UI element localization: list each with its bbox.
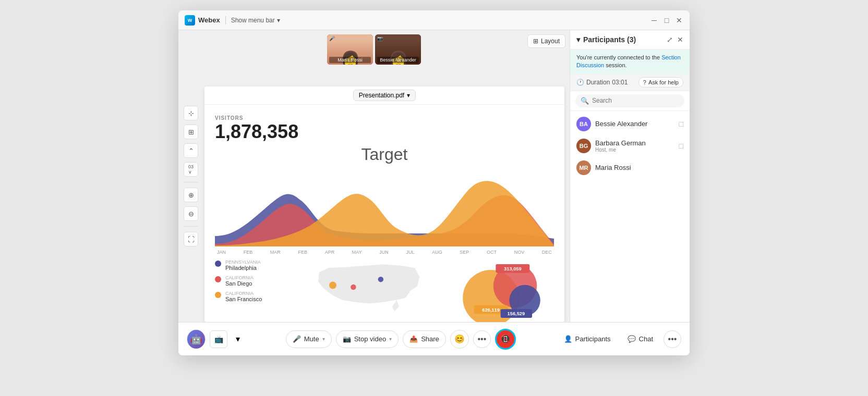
app-name: Webex	[198, 16, 220, 24]
ask-help-button[interactable]: ? Ask for help	[638, 77, 683, 88]
slide-filename-btn[interactable]: Presentation.pdf ▾	[353, 90, 416, 101]
popout-icon[interactable]: ⤢	[667, 35, 673, 44]
svg-point-2	[329, 282, 336, 289]
participant-name-1: Barbara German	[595, 139, 675, 147]
chevron-up-tool[interactable]: ⌃	[184, 143, 198, 158]
session-name-highlight: Section Discussion	[576, 54, 681, 68]
slide-content: Presentation.pdf ▾ VISITORS 1,878,358 Ta…	[204, 86, 564, 322]
svg-text:156,529: 156,529	[507, 311, 525, 316]
emoji-button[interactable]: 😊	[450, 330, 469, 349]
camera-icon-1: 🎤	[329, 36, 335, 41]
minimize-button[interactable]: ─	[650, 16, 658, 24]
share-icon: 📤	[409, 335, 418, 343]
camera-icon-2: 📷	[377, 36, 383, 41]
more-icon: •••	[477, 335, 486, 344]
display-btn[interactable]: 📺	[210, 330, 227, 348]
participant-sub-1: Host, me	[595, 147, 675, 153]
participant-video-icon-0: □	[679, 120, 683, 128]
participant-item-0[interactable]: BA Bessie Alexander □	[570, 113, 690, 135]
participant-item-2[interactable]: MR Maria Rossi	[570, 157, 690, 179]
svg-point-1	[351, 284, 356, 290]
display-chevron[interactable]: ▾	[232, 333, 244, 345]
ask-help-icon: ?	[643, 79, 646, 85]
participant-info-0: Bessie Alexander	[595, 120, 675, 128]
thumb-name-1: Maria Rossi	[329, 57, 371, 63]
search-wrap: 🔍	[575, 94, 684, 107]
legend-dot-2	[215, 292, 221, 298]
emoji-icon: 😊	[454, 334, 465, 344]
share-button[interactable]: 📤 Share	[403, 330, 446, 348]
panel-header: ▾ Participants (3) ⤢ ✕	[570, 30, 690, 49]
show-menu-bar[interactable]: Show menu bar ▾	[231, 17, 280, 24]
zoom-in-tool[interactable]: ⊕	[184, 188, 198, 202]
layout-button[interactable]: ⊞ Layout	[527, 34, 565, 48]
participant-avatar-2: MR	[576, 160, 591, 175]
maximize-button[interactable]: □	[662, 16, 671, 24]
ctrl-right: 👤 Participants 💬 Chat •••	[558, 330, 681, 348]
search-icon: 🔍	[581, 97, 589, 105]
svg-text:626,119: 626,119	[482, 307, 500, 313]
slide-inner: VISITORS 1,878,358 Target	[204, 105, 564, 322]
ctrl-center: 🎤 Mute ▾ 📷 Stop video ▾ 📤 Share 😊 •••	[286, 329, 516, 350]
mute-label: Mute	[304, 335, 319, 343]
ask-help-label: Ask for help	[648, 79, 679, 85]
mute-chevron: ▾	[322, 336, 325, 342]
participants-list: BA Bessie Alexander □ BG Barbara German …	[570, 111, 690, 322]
robot-avatar-btn[interactable]: 🤖	[187, 330, 206, 349]
visitors-number: 1,878,358	[215, 121, 554, 143]
robot-avatar: 🤖	[187, 330, 205, 349]
stop-video-button[interactable]: 📷 Stop video ▾	[336, 330, 399, 348]
close-button[interactable]: ✕	[675, 16, 683, 24]
grid-tool[interactable]: ⊞	[184, 125, 198, 139]
legend-item-1: CALIFORNIA San Diego	[215, 275, 296, 287]
more-right-button[interactable]: •••	[664, 330, 681, 348]
main-area: 👩 🎤 Maria Rossi 👩 📷 Bessie Alexander ⊞ L…	[178, 30, 690, 322]
panel-close-icon[interactable]: ✕	[677, 35, 683, 44]
legend-dot-1	[215, 276, 221, 282]
participant-info-1: Barbara German Host, me	[595, 139, 675, 153]
chat-icon: 💬	[628, 335, 636, 343]
fullscreen-tool[interactable]: ⛶	[184, 232, 198, 246]
zoom-out-tool[interactable]: ⊖	[184, 206, 198, 221]
participants-ctrl-label: Participants	[575, 335, 611, 343]
legend-dot-0	[215, 261, 221, 267]
chat-button[interactable]: 💬 Chat	[621, 332, 659, 346]
duration-label: Duration	[586, 79, 610, 86]
participant-item-1[interactable]: BG Barbara German Host, me □	[570, 135, 690, 157]
video-thumbnails: 👩 🎤 Maria Rossi 👩 📷 Bessie Alexander	[327, 34, 421, 65]
layout-icon: ⊞	[533, 38, 538, 45]
search-input[interactable]	[592, 97, 679, 104]
leave-icon: 📵	[500, 334, 511, 344]
slide-filename: Presentation.pdf	[359, 92, 404, 99]
slide-chevron: ▾	[407, 92, 410, 99]
display-icon: 📺	[214, 335, 223, 343]
mute-button[interactable]: 🎤 Mute ▾	[286, 330, 332, 348]
participant-initials-0: BA	[580, 121, 588, 127]
titlebar-divider	[225, 16, 226, 24]
cursor-tool[interactable]: ⊹	[184, 106, 198, 120]
ctrl-left: 🤖 📺 ▾	[187, 330, 244, 349]
page-tool[interactable]: 03∨	[184, 162, 198, 177]
titlebar: W Webex Show menu bar ▾ ─ □ ✕	[178, 10, 690, 30]
chat-label: Chat	[639, 335, 653, 343]
participants-ctrl-button[interactable]: 👤 Participants	[558, 332, 617, 346]
mic-icon: 🎤	[293, 335, 301, 343]
panel-title: ▾ Participants (3)	[576, 35, 636, 44]
share-label: Share	[421, 335, 439, 343]
leave-session-button[interactable]: 📵	[495, 329, 516, 350]
more-button[interactable]: •••	[473, 330, 491, 348]
area-chart: JANFEBMARFEBAPRMAYJUNJULAUGSEPOCTNOVDEC	[215, 168, 554, 252]
participant-avatar-1: BG	[576, 139, 591, 153]
svg-point-0	[378, 277, 383, 282]
app-logo: W Webex	[185, 15, 220, 26]
toolbar-separator-2	[184, 226, 198, 227]
participant-avatar-0: BA	[576, 117, 591, 131]
control-bar: 🤖 📺 ▾ 🎤 Mute ▾ 📷 Stop video ▾ 📤 Share	[178, 322, 690, 355]
show-menu-label: Show menu bar	[231, 17, 275, 24]
right-panel: ▾ Participants (3) ⤢ ✕ You're currently …	[570, 30, 690, 322]
legend-item-2: CALIFORNIA San Francisco	[215, 291, 296, 302]
duration-value: 03:01	[612, 79, 628, 86]
participant-initials-1: BG	[580, 143, 588, 149]
stop-video-label: Stop video	[354, 335, 386, 343]
participant-video-icon-1: □	[679, 142, 683, 150]
